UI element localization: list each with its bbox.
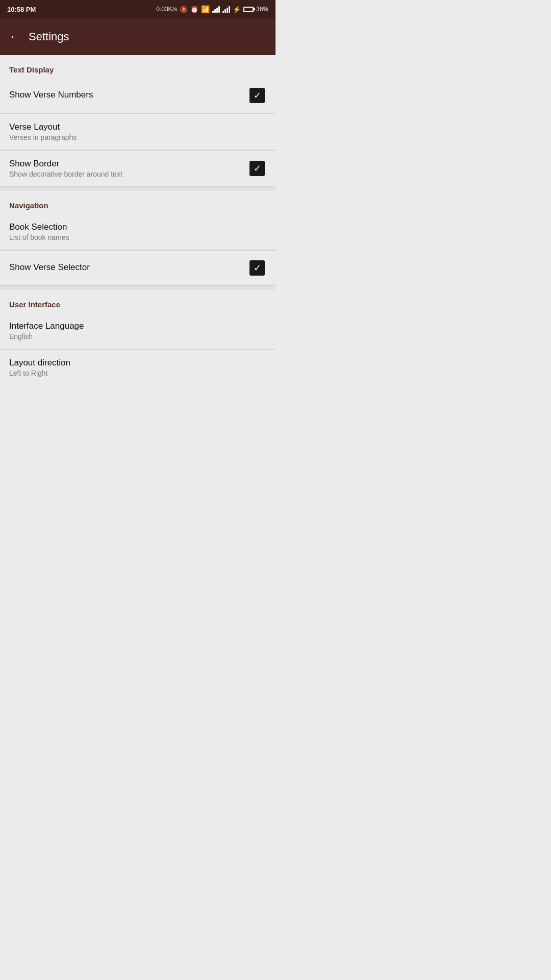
status-bar: 10:58 PM 0.03K/s 🔕 ⏰ 📶 ⚡ 36% [0,0,276,18]
checkbox-container-show-verse-selector: ✓ [248,259,266,277]
settings-item-verse-layout[interactable]: Verse LayoutVerses in paragraphs [0,114,276,150]
alarm-icon: ⏰ [190,6,198,13]
settings-item-text-verse-layout: Verse LayoutVerses in paragraphs [9,122,266,141]
section-divider [0,286,276,290]
battery-icon [243,7,254,12]
checkbox-container-show-verse-numbers: ✓ [248,86,266,105]
signal-bars-2 [222,6,230,13]
settings-item-title-show-border: Show Border [9,159,248,169]
network-speed: 0.03K/s [156,6,177,13]
checkbox-container-show-border: ✓ [248,159,266,178]
status-icons: 0.03K/s 🔕 ⏰ 📶 ⚡ 36% [156,5,268,13]
checkbox-show-border[interactable]: ✓ [249,161,265,176]
settings-item-layout-direction[interactable]: Layout directionLeft to Right [0,350,276,385]
settings-item-show-border[interactable]: Show BorderShow decorative border around… [0,151,276,187]
settings-item-show-verse-numbers[interactable]: Show Verse Numbers✓ [0,78,276,113]
settings-item-book-selection[interactable]: Book SelectionList of book names [0,214,276,250]
mute-icon: 🔕 [180,6,188,13]
wifi-icon: 📶 [201,5,210,13]
checkbox-show-verse-selector[interactable]: ✓ [249,260,265,276]
settings-item-title-interface-language: Interface Language [9,321,266,331]
settings-item-text-show-verse-selector: Show Verse Selector [9,262,248,274]
battery-percent: 36% [256,6,268,13]
settings-item-text-interface-language: Interface LanguageEnglish [9,321,266,340]
settings-item-title-verse-layout: Verse Layout [9,122,266,132]
settings-item-subtitle-show-border: Show decorative border around text [9,170,248,178]
section-header-navigation: Navigation [0,191,276,214]
settings-item-text-book-selection: Book SelectionList of book names [9,222,266,241]
settings-item-title-show-verse-numbers: Show Verse Numbers [9,90,248,100]
status-time: 10:58 PM [7,6,36,13]
section-divider [0,187,276,191]
settings-item-subtitle-book-selection: List of book names [9,233,266,241]
section-header-user-interface: User Interface [0,290,276,313]
settings-item-text-show-verse-numbers: Show Verse Numbers [9,90,248,101]
settings-item-subtitle-verse-layout: Verses in paragraphs [9,133,266,141]
app-bar: ← Settings [0,18,276,55]
checkbox-show-verse-numbers[interactable]: ✓ [249,88,265,103]
settings-item-text-layout-direction: Layout directionLeft to Right [9,358,266,377]
settings-content: Text DisplayShow Verse Numbers✓Verse Lay… [0,55,276,385]
signal-bars-1 [212,6,220,13]
settings-item-subtitle-layout-direction: Left to Right [9,369,266,377]
charging-icon: ⚡ [233,6,241,13]
section-header-text-display: Text Display [0,55,276,78]
settings-item-title-show-verse-selector: Show Verse Selector [9,262,248,273]
page-title: Settings [29,30,69,43]
settings-item-text-show-border: Show BorderShow decorative border around… [9,159,248,178]
settings-item-title-layout-direction: Layout direction [9,358,266,368]
settings-item-subtitle-interface-language: English [9,332,266,340]
back-button[interactable]: ← [9,30,20,43]
settings-item-show-verse-selector[interactable]: Show Verse Selector✓ [0,251,276,286]
settings-item-interface-language[interactable]: Interface LanguageEnglish [0,313,276,349]
settings-item-title-book-selection: Book Selection [9,222,266,232]
